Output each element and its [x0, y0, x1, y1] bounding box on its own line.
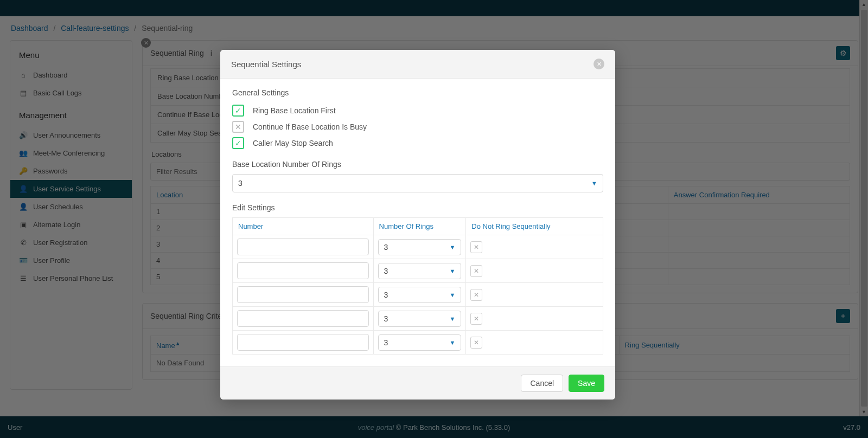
number-input[interactable]	[237, 262, 369, 279]
chevron-down-icon: ▼	[449, 315, 455, 322]
select-value: 3	[384, 243, 388, 252]
chevron-down-icon: ▼	[449, 244, 455, 250]
edit-settings-table: Number Number Of Rings Do Not Ring Seque…	[232, 217, 603, 355]
select-value: 3	[384, 267, 388, 275]
check-label: Continue If Base Location Is Busy	[253, 123, 367, 131]
base-rings-select[interactable]: 3 ▼	[232, 174, 603, 192]
dnr-checkbox[interactable]: ✕	[470, 289, 482, 301]
check-caller-may-stop[interactable]: ✓	[232, 137, 244, 149]
base-rings-label: Base Location Number Of Rings	[232, 160, 603, 169]
dnr-checkbox[interactable]: ✕	[470, 265, 482, 277]
chevron-down-icon: ▼	[449, 292, 455, 298]
chevron-down-icon: ▼	[591, 180, 597, 186]
select-value: 3	[384, 291, 388, 299]
rings-select[interactable]: 3 ▼	[378, 287, 462, 303]
edit-settings-title: Edit Settings	[232, 203, 603, 212]
check-continue-if-busy[interactable]: ✕	[232, 121, 244, 133]
check-ring-base-first[interactable]: ✓	[232, 105, 244, 117]
select-value: 3	[384, 338, 388, 347]
number-input[interactable]	[237, 239, 369, 255]
sequential-settings-modal: Sequential Settings ✕ General Settings ✓…	[220, 50, 615, 400]
save-button[interactable]: Save	[569, 375, 604, 392]
edit-th-dnr: Do Not Ring Sequentially	[466, 218, 603, 235]
select-value: 3	[384, 314, 388, 323]
chevron-down-icon: ▼	[449, 268, 455, 274]
rings-select[interactable]: 3 ▼	[378, 311, 462, 327]
dnr-checkbox[interactable]: ✕	[470, 337, 482, 349]
check-label: Ring Base Location First	[253, 106, 336, 115]
modal-title: Sequential Settings	[231, 60, 301, 69]
chevron-down-icon: ▼	[449, 339, 455, 346]
general-settings-title: General Settings	[232, 88, 603, 97]
dnr-checkbox[interactable]: ✕	[470, 313, 482, 325]
edit-th-number: Number	[233, 218, 374, 235]
cancel-button[interactable]: Cancel	[521, 375, 563, 392]
edit-th-rings: Number Of Rings	[373, 218, 466, 235]
select-value: 3	[238, 179, 242, 188]
check-label: Caller May Stop Search	[253, 139, 333, 147]
number-input[interactable]	[237, 286, 369, 303]
rings-select[interactable]: 3 ▼	[378, 239, 462, 255]
dnr-checkbox[interactable]: ✕	[470, 241, 482, 253]
close-icon[interactable]: ✕	[593, 59, 604, 69]
number-input[interactable]	[237, 334, 369, 351]
number-input[interactable]	[237, 310, 369, 327]
rings-select[interactable]: 3 ▼	[378, 334, 462, 351]
rings-select[interactable]: 3 ▼	[378, 263, 462, 279]
